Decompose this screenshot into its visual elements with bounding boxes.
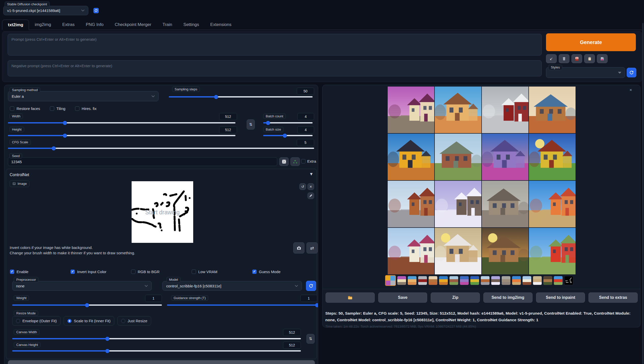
hires-fix-option[interactable]: Hires. fix	[75, 106, 96, 111]
save-button[interactable]: Save	[378, 292, 427, 303]
thumbnail-11[interactable]	[501, 276, 511, 285]
seed-input[interactable]: 12345	[8, 157, 277, 166]
extra-networks-button[interactable]	[571, 54, 582, 63]
zip-button[interactable]: Zip	[431, 292, 480, 303]
enable-option[interactable]: Enable	[10, 270, 71, 274]
image-tab-chip[interactable]: Image	[10, 180, 30, 187]
width-value[interactable]: 512	[219, 113, 237, 120]
sampling-steps-value[interactable]: 50	[297, 88, 314, 95]
generated-image-7[interactable]	[482, 134, 528, 180]
tab-png-info[interactable]: PNG Info	[80, 19, 109, 30]
restore-faces-checkbox[interactable]	[10, 106, 14, 111]
thumbnail-3[interactable]	[418, 276, 427, 285]
thumbnail-scribble[interactable]	[564, 276, 573, 285]
tab-txt2img[interactable]: txt2img	[2, 20, 29, 30]
invert-input-color-checkbox[interactable]	[71, 270, 75, 274]
prompt-input[interactable]	[8, 34, 542, 55]
canvas-height-value[interactable]: 512	[283, 342, 301, 349]
thumbnail-6[interactable]	[449, 276, 458, 285]
weight-value[interactable]: 1	[145, 295, 162, 302]
gallery-close-button[interactable]: ×	[629, 88, 632, 93]
tab-checkpoint-merger[interactable]: Checkpoint Merger	[109, 19, 157, 30]
resize-option-envelope-outer-fit-[interactable]: Envelope (Outer Fit)	[12, 316, 61, 326]
model-select[interactable]: control_scribble-fp16 [c508311e]	[162, 281, 302, 291]
canvas-width-value[interactable]: 512	[283, 329, 301, 336]
script-section-bar[interactable]	[8, 360, 315, 364]
generated-image-14[interactable]	[435, 228, 481, 274]
thumbnail-14[interactable]	[533, 276, 542, 285]
model-refresh-button[interactable]	[306, 281, 316, 291]
extra-seed-checkbox[interactable]	[301, 159, 305, 163]
rgb-to-bgr-checkbox[interactable]	[131, 270, 135, 274]
rgb-to-bgr-option[interactable]: RGB to BGR	[131, 270, 192, 274]
enable-checkbox[interactable]	[10, 270, 14, 274]
guess-mode-option[interactable]: Guess Mode	[252, 270, 313, 274]
save-style-button[interactable]	[597, 54, 608, 63]
batch-size-slider[interactable]	[263, 135, 313, 136]
thumbnail-5[interactable]	[439, 276, 448, 285]
webcam-button[interactable]	[293, 242, 304, 254]
brush-button[interactable]	[307, 192, 314, 199]
negative-prompt-input[interactable]	[8, 60, 542, 76]
thumbnail-7[interactable]	[460, 276, 469, 285]
random-seed-button[interactable]	[279, 157, 289, 166]
tiling-option[interactable]: Tiling	[50, 106, 65, 111]
thumbnail-15[interactable]	[543, 276, 552, 285]
batch-count-slider[interactable]	[263, 122, 313, 123]
generated-image-15[interactable]	[482, 228, 528, 274]
weight-slider[interactable]	[12, 304, 162, 306]
thumbnail-8[interactable]	[470, 276, 479, 285]
paste-arrow-button[interactable]: ↙	[546, 54, 557, 63]
sampling-steps-slider[interactable]	[169, 96, 313, 97]
batch-size-value[interactable]: 4	[297, 126, 314, 133]
hires-fix-checkbox[interactable]	[75, 106, 79, 111]
generated-image-2[interactable]	[435, 87, 481, 133]
preprocessor-select[interactable]: none	[12, 281, 152, 291]
thumbnail-2[interactable]	[408, 276, 417, 285]
tiling-checkbox[interactable]	[50, 106, 54, 111]
clear-prompt-button[interactable]	[559, 54, 569, 63]
generated-image-9[interactable]	[388, 181, 434, 227]
apply-style-button[interactable]	[584, 54, 595, 63]
generated-image-1[interactable]	[388, 87, 434, 133]
undo-button[interactable]: ↺	[299, 183, 306, 190]
resize-option-scale-to-fit-inner-fit-[interactable]: Scale to Fit (Inner Fit)	[64, 316, 114, 326]
extra-seed-option[interactable]: Extra	[301, 159, 316, 163]
send-to-inpaint-button[interactable]: Send to inpaint	[536, 292, 585, 303]
width-slider[interactable]	[8, 122, 235, 123]
generated-image-6[interactable]	[435, 134, 481, 180]
checkpoint-refresh-button[interactable]	[93, 8, 99, 13]
generated-image-11[interactable]	[482, 181, 528, 227]
low-vram-option[interactable]: Low VRAM	[192, 270, 252, 274]
generated-image-8[interactable]	[529, 134, 576, 180]
cfg-scale-value[interactable]: 5	[297, 139, 314, 146]
tab-extensions[interactable]: Extensions	[205, 19, 237, 30]
resize-option-just-resize[interactable]: Just Resize	[117, 316, 151, 326]
styles-refresh-button[interactable]	[627, 68, 636, 77]
sampling-method-select[interactable]: Euler a	[8, 91, 159, 101]
scrollbar[interactable]	[642, 23, 643, 364]
tab-extras[interactable]: Extras	[57, 19, 80, 30]
guess-mode-checkbox[interactable]	[252, 270, 257, 274]
swap-canvas-dimensions-button[interactable]: ⇅	[306, 334, 315, 344]
send-to-extras-button[interactable]: Send to extras	[589, 292, 638, 303]
generated-image-12[interactable]	[529, 181, 576, 227]
generate-button[interactable]: Generate	[546, 33, 636, 51]
thumbnail-9[interactable]	[481, 276, 490, 285]
generated-image-13[interactable]	[388, 228, 434, 274]
guidance-slider[interactable]	[167, 304, 317, 306]
thumbnail-16[interactable]	[554, 276, 563, 285]
generated-image-16[interactable]	[529, 228, 576, 274]
mirror-button[interactable]: ⇄	[306, 242, 318, 254]
controlnet-canvas[interactable]: Start drawing	[132, 181, 193, 243]
collapse-arrow-icon[interactable]: ▼	[310, 172, 313, 176]
tab-settings[interactable]: Settings	[178, 19, 205, 30]
reuse-seed-button[interactable]	[290, 157, 300, 166]
generated-image-4[interactable]	[529, 87, 576, 133]
thumbnail-13[interactable]	[522, 276, 531, 285]
guidance-value[interactable]: 1	[300, 295, 317, 302]
canvas-width-slider[interactable]	[12, 338, 301, 339]
thumbnail-1[interactable]	[397, 276, 406, 285]
low-vram-checkbox[interactable]	[192, 270, 196, 274]
swap-dimensions-button[interactable]: ⇅	[247, 119, 255, 130]
